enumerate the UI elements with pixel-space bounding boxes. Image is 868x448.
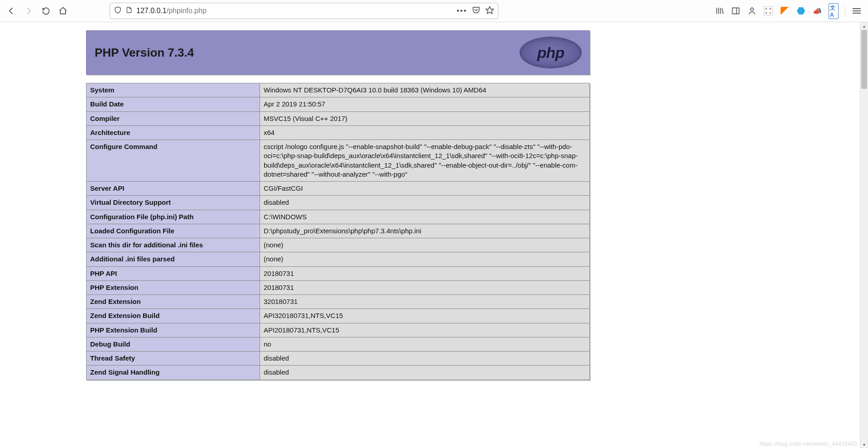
info-key: PHP Extension — [87, 280, 260, 294]
info-value: disabled — [260, 366, 590, 380]
menu-button[interactable] — [852, 6, 862, 16]
table-row: Build DateApr 2 2019 21:50:57 — [87, 97, 590, 111]
info-key: Architecture — [87, 125, 260, 140]
svg-point-7 — [751, 8, 754, 11]
info-key: Debug Build — [87, 337, 260, 351]
info-key: Scan this dir for additional .ini files — [87, 238, 260, 252]
more-actions-icon[interactable]: ••• — [457, 7, 467, 15]
url-host: 127.0.0.1 — [136, 7, 167, 14]
scroll-up-icon[interactable]: ▴ — [860, 22, 868, 30]
info-key: PHP API — [87, 266, 260, 280]
table-row: Zend Extension BuildAPI320180731,NTS,VC1… — [87, 309, 590, 323]
table-row: Zend Signal Handlingdisabled — [87, 366, 590, 380]
table-row: SystemWindows NT DESKTOP-D7Q6AI3 10.0 bu… — [87, 83, 590, 97]
info-key: Loaded Configuration File — [87, 224, 260, 238]
info-value: disabled — [260, 196, 590, 210]
info-key: Server API — [87, 182, 260, 196]
svg-rect-5 — [733, 8, 739, 14]
ext-dots-icon[interactable] — [763, 6, 773, 16]
scrollbar-thumb[interactable] — [861, 30, 867, 89]
info-value: cscript /nologo configure.js "--enable-s… — [260, 140, 590, 182]
info-key: Zend Extension Build — [87, 309, 260, 323]
bookmark-star-icon[interactable] — [485, 5, 494, 16]
table-row: Thread Safetydisabled — [87, 352, 590, 366]
info-key: Thread Safety — [87, 352, 260, 366]
info-key: System — [87, 83, 260, 97]
table-row: Server APICGI/FastCGI — [87, 182, 590, 196]
ext-blue-icon[interactable] — [796, 6, 806, 16]
info-key: Additional .ini files parsed — [87, 252, 260, 266]
info-value: 20180731 — [260, 280, 590, 294]
info-value: MSVC15 (Visual C++ 2017) — [260, 111, 590, 125]
info-key: Compiler — [87, 111, 260, 125]
browser-toolbar: 127.0.0.1/phpinfo.php ••• 📣 文A — [0, 0, 868, 22]
url-path: /phpinfo.php — [167, 7, 207, 14]
info-value: Apr 2 2019 21:50:57 — [260, 97, 590, 111]
watermark: https://blog.csdn.net/weixin_44415453 — [760, 441, 857, 447]
shield-icon[interactable] — [114, 6, 122, 16]
info-value: CGI/FastCGI — [260, 182, 590, 196]
reload-button[interactable] — [38, 3, 53, 19]
url-bar[interactable]: 127.0.0.1/phpinfo.php ••• — [110, 3, 498, 19]
info-value: 20180731 — [260, 266, 590, 280]
phpinfo-table: SystemWindows NT DESKTOP-D7Q6AI3 10.0 bu… — [86, 83, 590, 380]
info-key: PHP Extension Build — [87, 323, 260, 337]
info-value: API320180731,NTS,VC15 — [260, 309, 590, 323]
table-row: Architecturex64 — [87, 125, 590, 140]
table-row: Scan this dir for additional .ini files(… — [87, 238, 590, 252]
info-value: x64 — [260, 125, 590, 140]
info-value: (none) — [260, 238, 590, 252]
info-key: Virtual Directory Support — [87, 196, 260, 210]
page-info-icon[interactable] — [125, 6, 133, 16]
info-value: 320180731 — [260, 295, 590, 309]
url-text: 127.0.0.1/phpinfo.php — [136, 7, 453, 15]
ext-orange-icon[interactable] — [780, 6, 790, 16]
forward-button[interactable] — [21, 3, 36, 19]
svg-marker-0 — [486, 7, 494, 14]
info-key: Zend Extension — [87, 295, 260, 309]
info-value: API20180731,NTS,VC15 — [260, 323, 590, 337]
reader-pocket-icon[interactable] — [472, 5, 481, 16]
table-row: PHP Extension20180731 — [87, 280, 590, 294]
table-row: Virtual Directory Supportdisabled — [87, 196, 590, 210]
home-button[interactable] — [55, 3, 71, 19]
scroll-down-icon[interactable]: ▾ — [860, 441, 868, 448]
table-row: Loaded Configuration FileD:\phpstudy_pro… — [87, 224, 590, 238]
page-viewport: PHP Version 7.3.4 php SystemWindows NT D… — [0, 22, 868, 448]
info-key: Zend Signal Handling — [87, 366, 260, 380]
toolbar-right: 📣 文A — [714, 5, 864, 16]
info-value: (none) — [260, 252, 590, 266]
php-logo: php — [520, 37, 581, 68]
table-row: Configure Commandcscript /nologo configu… — [87, 140, 590, 182]
library-icon[interactable] — [714, 6, 724, 16]
info-key: Configuration File (php.ini) Path — [87, 210, 260, 224]
table-row: Additional .ini files parsed(none) — [87, 252, 590, 266]
whats-new-icon[interactable]: 📣 — [812, 6, 822, 16]
phpinfo-header: PHP Version 7.3.4 php — [86, 30, 590, 75]
table-row: PHP API20180731 — [87, 266, 590, 280]
table-row: PHP Extension BuildAPI20180731,NTS,VC15 — [87, 323, 590, 337]
info-key: Configure Command — [87, 140, 260, 182]
vertical-scrollbar[interactable]: ▴ ▾ — [860, 22, 868, 448]
translate-icon[interactable]: 文A — [829, 6, 839, 16]
page-title: PHP Version 7.3.4 — [95, 46, 194, 60]
info-value: C:\WINDOWS — [260, 210, 590, 224]
account-icon[interactable] — [747, 6, 757, 16]
info-value: disabled — [260, 352, 590, 366]
info-value: no — [260, 337, 590, 351]
info-key: Build Date — [87, 97, 260, 111]
table-row: Debug Buildno — [87, 337, 590, 351]
table-row: CompilerMSVC15 (Visual C++ 2017) — [87, 111, 590, 125]
info-value: Windows NT DESKTOP-D7Q6AI3 10.0 build 18… — [260, 83, 590, 97]
info-value: D:\phpstudy_pro\Extensions\php\php7.3.4n… — [260, 224, 590, 238]
sidebar-icon[interactable] — [731, 6, 741, 16]
table-row: Configuration File (php.ini) PathC:\WIND… — [87, 210, 590, 224]
back-button[interactable] — [4, 3, 19, 19]
svg-line-4 — [722, 8, 723, 14]
table-row: Zend Extension320180731 — [87, 295, 590, 309]
